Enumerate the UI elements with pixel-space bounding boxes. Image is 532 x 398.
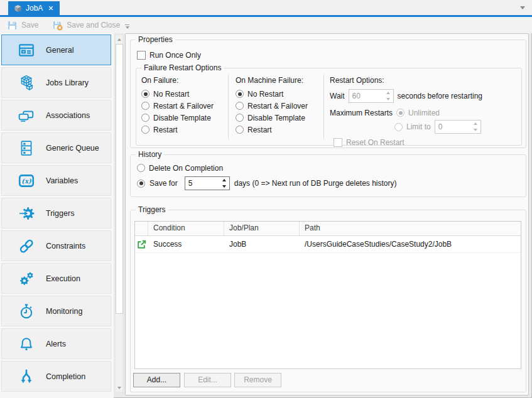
radio-icon[interactable] xyxy=(236,114,244,122)
history-group-label: History xyxy=(136,150,164,159)
maximum-restarts-label: Maximum Restarts xyxy=(330,109,393,117)
sidebar-item-generic-queue[interactable]: Generic Queue xyxy=(1,132,111,163)
sidebar-item-alerts[interactable]: Alerts xyxy=(1,328,111,359)
radio-restart-failover[interactable]: Restart & Failover xyxy=(141,100,225,112)
radio-disable-template[interactable]: Disable Template xyxy=(236,112,320,124)
sidebar-item-variables[interactable]: (x) Variables xyxy=(1,165,111,196)
column-divider xyxy=(323,75,324,139)
trigger-row[interactable]: Success JobB /UsersGuideCaseStudies/Case… xyxy=(135,236,521,253)
limit-value[interactable]: 0 xyxy=(435,121,471,133)
radio-icon[interactable] xyxy=(141,102,149,110)
save-and-close-icon xyxy=(52,20,63,31)
radio-icon[interactable] xyxy=(236,126,244,134)
radio-icon[interactable] xyxy=(396,109,404,117)
sidebar-item-execution[interactable]: Execution xyxy=(1,263,111,294)
sidebar-item-label: General xyxy=(46,46,73,55)
radio-icon[interactable] xyxy=(236,102,244,110)
history-group: History Delete On Completion Save for 5 … xyxy=(130,154,526,197)
wait-row: Wait 60 seconds before restarting xyxy=(330,89,516,103)
sidebar-item-label: Completion xyxy=(46,372,85,381)
sidebar-item-jobs-library[interactable]: Jobs Library xyxy=(1,67,111,98)
sidebar-item-monitoring[interactable]: Monitoring xyxy=(1,296,111,326)
on-failure-label: On Failure: xyxy=(141,76,225,85)
on-machine-failure-label: On Machine Failure: xyxy=(236,76,320,85)
tabbar-dropdown-icon[interactable] xyxy=(520,6,525,9)
edit-button[interactable]: Edit... xyxy=(184,373,231,387)
content-panel: Properties Run Once Only Failure Restart… xyxy=(125,33,529,395)
tab-joba[interactable]: JobA ✕ xyxy=(8,1,60,15)
wait-value[interactable]: 60 xyxy=(349,90,384,102)
wait-label: Wait xyxy=(330,92,345,100)
sidebar-scrollbar[interactable] xyxy=(115,35,123,392)
radio-icon[interactable] xyxy=(141,126,149,134)
limit-to-label: Limit to xyxy=(406,122,431,131)
header-condition[interactable]: Condition xyxy=(148,222,224,235)
header-job-plan[interactable]: Job/Plan xyxy=(224,222,300,235)
spin-down-button[interactable] xyxy=(384,96,393,102)
form-icon xyxy=(17,41,36,60)
job-cube-icon xyxy=(14,4,22,13)
radio-no-restart[interactable]: No Restart xyxy=(141,88,225,100)
radio-icon[interactable] xyxy=(141,90,149,98)
radio-restart[interactable]: Restart xyxy=(236,124,320,136)
properties-group-label: Properties xyxy=(136,35,175,44)
spin-down-button[interactable] xyxy=(220,183,229,190)
sidebar-item-general[interactable]: General xyxy=(1,35,111,65)
radio-icon[interactable] xyxy=(137,164,145,172)
radio-limit-to[interactable] xyxy=(394,123,403,131)
radio-save-for[interactable] xyxy=(137,180,145,188)
tab-close-icon[interactable]: ✕ xyxy=(48,4,53,13)
scroll-up-button[interactable] xyxy=(116,35,122,43)
spin-up-button[interactable] xyxy=(471,121,480,127)
scroll-down-button[interactable] xyxy=(116,384,122,392)
save-for-spinner[interactable]: 5 xyxy=(185,176,230,190)
limit-spinner[interactable]: 0 xyxy=(435,120,481,134)
gears-icon xyxy=(17,269,36,288)
save-label: Save xyxy=(21,21,38,30)
sidebar-item-label: Generic Queue xyxy=(46,144,99,153)
add-button[interactable]: Add... xyxy=(133,373,180,387)
scroll-thumb[interactable] xyxy=(116,44,123,314)
remove-button[interactable]: Remove xyxy=(234,373,281,387)
run-once-only-checkbox[interactable]: Run Once Only xyxy=(137,49,201,61)
wait-spinner[interactable]: 60 xyxy=(349,89,394,103)
sidebar-item-label: Alerts xyxy=(46,340,66,348)
column-divider xyxy=(228,75,229,139)
on-failure-radiogroup: On Failure: No Restart Restart & Failove… xyxy=(141,76,225,136)
spin-down-button[interactable] xyxy=(471,127,480,133)
radio-icon[interactable] xyxy=(236,90,244,98)
sidebar: General Jobs Library xyxy=(0,33,114,398)
sidebar-item-constraints[interactable]: Constraints xyxy=(1,230,111,261)
save-button[interactable]: Save xyxy=(7,20,38,31)
checkbox-icon[interactable] xyxy=(334,138,342,147)
triggers-group: Triggers Condition Job/Plan Path xyxy=(130,210,526,392)
save-and-close-button[interactable]: Save and Close xyxy=(52,20,120,31)
sidebar-item-label: Execution xyxy=(46,274,80,283)
radio-icon[interactable] xyxy=(141,114,149,122)
header-path[interactable]: Path xyxy=(300,222,521,235)
radio-restart[interactable]: Restart xyxy=(141,124,225,136)
radio-unlimited[interactable]: Unlimited xyxy=(396,107,440,119)
save-for-value[interactable]: 5 xyxy=(185,177,220,190)
sidebar-item-label: Constraints xyxy=(46,242,85,250)
failure-restart-options-label: Failure Restart Options xyxy=(141,63,224,72)
sidebar-item-completion[interactable]: Completion xyxy=(1,361,111,392)
radio-no-restart[interactable]: No Restart xyxy=(236,88,320,100)
wait-suffix-label: seconds before restarting xyxy=(398,92,482,100)
radio-restart-failover[interactable]: Restart & Failover xyxy=(236,100,320,112)
radio-disable-template[interactable]: Disable Template xyxy=(141,112,225,124)
trigger-link-icon xyxy=(135,240,148,249)
reset-on-restart-checkbox[interactable]: Reset On Restart xyxy=(334,136,516,148)
checkbox-icon[interactable] xyxy=(137,51,146,60)
radio-delete-on-completion[interactable]: Delete On Completion xyxy=(137,162,223,174)
sidebar-item-associations[interactable]: Associations xyxy=(1,100,111,131)
tab-label: JobA xyxy=(26,4,43,13)
spin-up-button[interactable] xyxy=(220,177,229,183)
variable-x-icon: (x) xyxy=(17,171,36,190)
sidebar-item-triggers[interactable]: Triggers xyxy=(1,198,111,229)
toolbar-overflow-icon[interactable] xyxy=(125,24,129,29)
branch-arrows-icon xyxy=(17,367,36,386)
header-icon-column[interactable] xyxy=(135,222,148,235)
chain-link-icon xyxy=(17,237,36,255)
spin-up-button[interactable] xyxy=(384,90,393,96)
